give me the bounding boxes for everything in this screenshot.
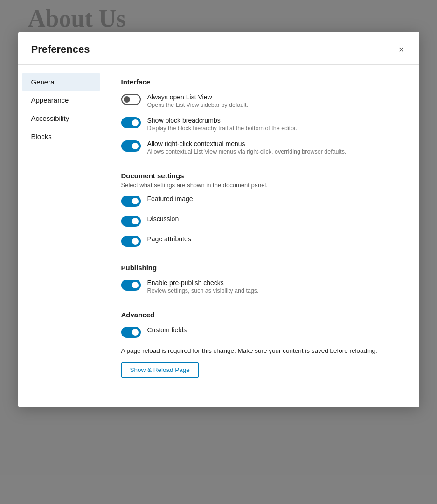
setting-text-discussion: Discussion <box>147 215 179 223</box>
toggle-list-view-thumb <box>124 96 130 103</box>
setting-label-contextual-menus: Allow right-click contextual menus <box>147 140 347 147</box>
setting-text-custom-fields: Custom fields <box>147 326 187 334</box>
setting-label-custom-fields: Custom fields <box>147 326 187 334</box>
toggle-featured-image[interactable] <box>121 196 141 207</box>
toggle-list-view-track <box>121 94 141 105</box>
modal-body: General Appearance Accessibility Blocks … <box>18 65 419 407</box>
setting-label-list-view: Always open List View <box>147 93 249 101</box>
toggle-featured-image-thumb <box>132 198 139 204</box>
setting-row-page-attributes: Page attributes <box>121 235 402 247</box>
setting-text-list-view: Always open List View Opens the List Vie… <box>147 93 249 108</box>
toggle-list-view[interactable] <box>121 94 141 105</box>
toggle-discussion-track <box>121 216 141 227</box>
setting-label-featured-image: Featured image <box>147 195 193 203</box>
interface-section: Interface Always open List View Opens th… <box>121 78 402 155</box>
interface-title: Interface <box>121 78 402 86</box>
close-button[interactable]: × <box>397 43 406 56</box>
toggle-contextual-menus[interactable] <box>121 140 141 152</box>
setting-text-featured-image: Featured image <box>147 195 193 203</box>
setting-row-featured-image: Featured image <box>121 195 402 207</box>
document-section: Document settings Select what settings a… <box>121 172 402 247</box>
setting-label-breadcrumbs: Show block breadcrumbs <box>147 117 298 124</box>
sidebar: General Appearance Accessibility Blocks <box>18 65 104 407</box>
toggle-pre-publish-track <box>121 280 141 291</box>
document-title: Document settings <box>121 172 402 180</box>
publishing-section: Publishing Enable pre-publish checks Rev… <box>121 264 402 294</box>
document-subtitle: Select what settings are shown in the do… <box>121 182 402 189</box>
modal-title: Preferences <box>31 43 90 56</box>
toggle-contextual-menus-thumb <box>132 143 139 149</box>
toggle-breadcrumbs-thumb <box>132 119 139 126</box>
modal-header: Preferences × <box>18 32 419 65</box>
reload-notice: A page reload is required for this chang… <box>121 346 402 356</box>
setting-label-discussion: Discussion <box>147 215 179 223</box>
sidebar-item-blocks[interactable]: Blocks <box>22 128 100 145</box>
setting-row-discussion: Discussion <box>121 215 402 227</box>
toggle-discussion-thumb <box>132 218 139 224</box>
toggle-breadcrumbs[interactable] <box>121 117 141 128</box>
setting-text-pre-publish: Enable pre-publish checks Review setting… <box>147 279 259 294</box>
toggle-featured-image-track <box>121 196 141 207</box>
setting-desc-pre-publish: Review settings, such as visibility and … <box>147 287 259 294</box>
setting-row-custom-fields: Custom fields <box>121 326 402 338</box>
toggle-pre-publish-thumb <box>132 282 139 288</box>
toggle-page-attributes-thumb <box>132 238 139 245</box>
advanced-title: Advanced <box>121 311 402 319</box>
toggle-contextual-menus-track <box>121 140 141 152</box>
toggle-custom-fields-track <box>121 327 141 338</box>
setting-label-pre-publish: Enable pre-publish checks <box>147 279 259 287</box>
setting-row-list-view: Always open List View Opens the List Vie… <box>121 93 402 108</box>
publishing-title: Publishing <box>121 264 402 272</box>
setting-row-contextual-menus: Allow right-click contextual menus Allow… <box>121 140 402 155</box>
advanced-section: Advanced Custom fields A page reload is … <box>121 311 402 378</box>
preferences-modal: Preferences × General Appearance Accessi… <box>18 32 419 407</box>
setting-label-page-attributes: Page attributes <box>147 235 191 243</box>
setting-row-breadcrumbs: Show block breadcrumbs Display the block… <box>121 117 402 132</box>
reload-button[interactable]: Show & Reload Page <box>121 362 199 378</box>
sidebar-item-general[interactable]: General <box>22 73 100 91</box>
setting-row-pre-publish: Enable pre-publish checks Review setting… <box>121 279 402 294</box>
setting-text-page-attributes: Page attributes <box>147 235 191 243</box>
toggle-page-attributes[interactable] <box>121 236 141 247</box>
setting-desc-breadcrumbs: Display the block hierarchy trail at the… <box>147 125 298 132</box>
toggle-breadcrumbs-track <box>121 117 141 128</box>
toggle-custom-fields-thumb <box>132 329 139 336</box>
toggle-pre-publish[interactable] <box>121 280 141 291</box>
content-area: Interface Always open List View Opens th… <box>104 65 419 407</box>
setting-desc-list-view: Opens the List View sidebar by default. <box>147 102 249 108</box>
setting-text-breadcrumbs: Show block breadcrumbs Display the block… <box>147 117 298 132</box>
toggle-discussion[interactable] <box>121 216 141 227</box>
sidebar-item-accessibility[interactable]: Accessibility <box>22 110 100 127</box>
setting-desc-contextual-menus: Allows contextual List View menus via ri… <box>147 148 347 155</box>
setting-text-contextual-menus: Allow right-click contextual menus Allow… <box>147 140 347 155</box>
toggle-custom-fields[interactable] <box>121 327 141 338</box>
sidebar-item-appearance[interactable]: Appearance <box>22 91 100 109</box>
toggle-page-attributes-track <box>121 236 141 247</box>
